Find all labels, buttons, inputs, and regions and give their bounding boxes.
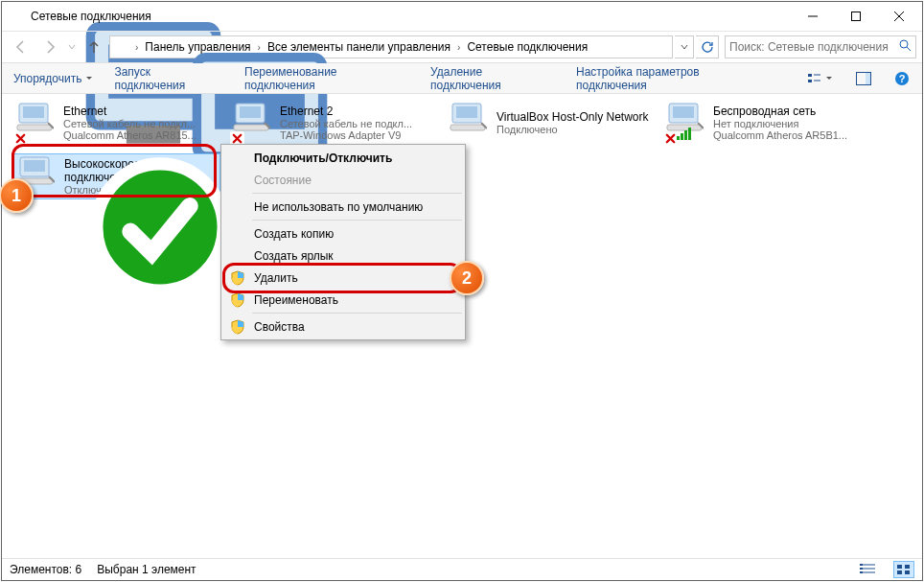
maximize-button[interactable] <box>834 3 877 31</box>
toolbar: Упорядочить Запуск подключения Переимено… <box>2 63 922 94</box>
annotation-number-2: 2 <box>450 261 484 295</box>
disconnected-icon <box>663 131 678 146</box>
organize-button[interactable]: Упорядочить <box>10 66 97 91</box>
shield-icon <box>230 270 245 286</box>
back-button[interactable] <box>8 35 35 59</box>
ctx-connect[interactable]: Подключить/Отключить <box>223 147 463 169</box>
close-button[interactable] <box>877 3 920 31</box>
rename-connection-button[interactable]: Переименование подключения <box>241 66 413 91</box>
item-device: Qualcomm Atheros AR5B1... <box>713 129 847 141</box>
svg-rect-21 <box>897 570 902 574</box>
search-input[interactable] <box>729 40 895 54</box>
item-status: Сетевой кабель не подкл... <box>63 118 196 129</box>
svg-rect-10 <box>808 74 812 77</box>
svg-rect-16 <box>860 564 863 566</box>
status-selection: Выбран 1 элемент <box>97 563 196 576</box>
delete-connection-button[interactable]: Удаление подключения <box>427 66 559 91</box>
svg-text:?: ? <box>899 73 906 84</box>
start-connection-button[interactable]: Запуск подключения <box>110 66 227 91</box>
view-details-button[interactable] <box>857 561 878 578</box>
item-status: Подключено <box>497 124 649 135</box>
item-name: Ethernet 2 <box>280 105 412 118</box>
history-dropdown[interactable] <box>65 35 79 58</box>
item-status: Нет подключения <box>713 118 847 129</box>
svg-rect-17 <box>860 568 863 570</box>
connection-settings-button[interactable]: Настройка параметров подключения <box>572 66 775 91</box>
status-item-count: Элементов: 6 <box>10 563 81 576</box>
ctx-status: Состояние <box>223 169 463 191</box>
svg-rect-11 <box>808 80 812 82</box>
connection-wifi[interactable]: Беспроводная сетьНет подключенияQualcomm… <box>661 100 870 146</box>
annotation-number-1: 1 <box>0 178 34 213</box>
titlebar: Сетевые подключения <box>2 2 922 31</box>
shield-icon <box>230 292 245 308</box>
nic-icon <box>449 102 487 132</box>
content-area[interactable]: EthernetСетевой кабель не подкл...Qualco… <box>2 94 922 558</box>
minimize-button[interactable] <box>791 3 834 31</box>
item-name: VirtualBox Host-Only Network <box>497 110 649 124</box>
breadcrumb-dropdown[interactable] <box>675 35 694 58</box>
connection-ethernet2[interactable]: Ethernet 2Сетевой кабель не подкл...TAP-… <box>228 100 437 146</box>
statusbar: Элементов: 6 Выбран 1 элемент <box>2 558 922 580</box>
help-button[interactable]: ? <box>889 67 914 90</box>
search-box[interactable] <box>725 35 916 58</box>
chevron-right-icon[interactable]: › <box>457 42 460 53</box>
svg-rect-8 <box>851 12 860 21</box>
separator <box>252 220 462 221</box>
preview-pane-button[interactable] <box>851 67 876 90</box>
svg-point-9 <box>900 40 908 48</box>
nic-icon <box>232 102 270 132</box>
ctx-properties[interactable]: Свойства <box>223 315 463 338</box>
item-name: Ethernet <box>63 105 196 118</box>
context-menu: Подключить/Отключить Состояние Не исполь… <box>220 144 466 340</box>
ctx-default[interactable]: Не использовать по умолчанию <box>223 196 463 218</box>
svg-rect-22 <box>905 570 910 574</box>
wifi-signal-icon <box>677 127 691 140</box>
view-tiles-button[interactable] <box>893 561 914 578</box>
ctx-copy[interactable]: Создать копию <box>223 222 463 244</box>
nic-icon <box>15 102 54 132</box>
connection-pppoe[interactable]: Высокоскоростное подключениеОтключено <box>12 153 220 199</box>
ctx-shortcut[interactable]: Создать ярлык <box>223 244 463 267</box>
window: Сетевые подключения › Панель управления … <box>1 1 923 581</box>
crumb-network-connections[interactable]: Сетевые подключения <box>464 36 590 58</box>
svg-rect-20 <box>905 565 910 569</box>
separator <box>252 313 462 314</box>
view-options-button[interactable] <box>802 67 839 90</box>
navbar: › Панель управления › Все элементы панел… <box>2 31 922 63</box>
svg-rect-18 <box>860 571 863 573</box>
chevron-right-icon[interactable]: › <box>135 42 138 53</box>
item-status: Сетевой кабель не подкл... <box>280 118 412 129</box>
item-device: TAP-Windows Adapter V9 <box>280 129 412 141</box>
svg-rect-19 <box>897 565 902 569</box>
crumb-control-panel[interactable]: Панель управления <box>142 36 253 58</box>
default-check-icon <box>16 155 33 172</box>
up-button[interactable] <box>81 35 107 59</box>
app-icon <box>10 9 25 24</box>
separator <box>252 193 462 194</box>
item-name: Беспроводная сеть <box>713 105 847 118</box>
forward-button[interactable] <box>36 35 63 59</box>
refresh-button[interactable] <box>696 35 719 58</box>
svg-rect-13 <box>866 73 870 84</box>
search-icon[interactable] <box>899 38 912 56</box>
breadcrumb-icon <box>116 39 131 55</box>
shield-icon <box>230 319 245 335</box>
ctx-rename[interactable]: Переименовать <box>223 289 463 311</box>
item-device: Qualcomm Atheros AR815... <box>63 129 196 141</box>
connection-ethernet[interactable]: EthernetСетевой кабель не подкл...Qualco… <box>12 100 220 146</box>
crumb-all-items[interactable]: Все элементы панели управления <box>265 36 453 58</box>
chevron-right-icon[interactable]: › <box>258 42 261 53</box>
breadcrumb[interactable]: › Панель управления › Все элементы панел… <box>109 35 673 58</box>
connection-virtualbox[interactable]: VirtualBox Host-Only NetworkПодключено <box>445 100 654 146</box>
ctx-delete[interactable]: Удалить <box>223 267 463 289</box>
disconnected-icon <box>13 131 28 146</box>
window-title: Сетевые подключения <box>31 10 791 23</box>
